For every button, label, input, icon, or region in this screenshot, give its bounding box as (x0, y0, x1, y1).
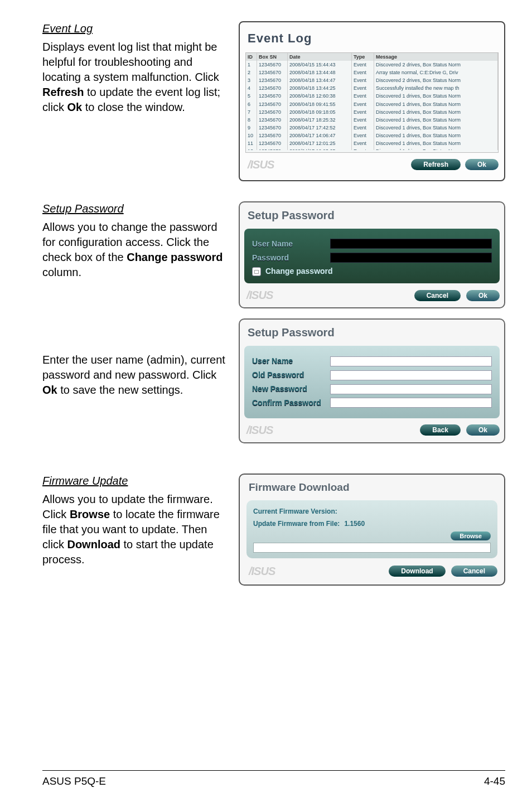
section-setup-password: Setup Password Allows you to change the … (42, 201, 505, 453)
field-oldpassword: Old Password (252, 370, 492, 380)
ok-button[interactable]: Ok (466, 290, 500, 301)
field-password: Password (252, 253, 492, 263)
back-button[interactable]: Back (420, 424, 461, 436)
eventlog-header: ID Box SN Date Type Message (246, 53, 498, 61)
table-row[interactable]: 5123456702008/04/18 12:60:38EventDiscove… (246, 92, 498, 100)
setup2-title: Setup Password (248, 325, 500, 340)
label-oldpassword: Old Password (252, 370, 330, 380)
firmware-window: Firmware Download Current Firmware Versi… (239, 474, 505, 586)
cancel-button[interactable]: Cancel (414, 290, 461, 301)
setup1-title: Setup Password (248, 208, 500, 223)
firmware-buttons: /ISUS Download Cancel (246, 564, 497, 579)
label-password: Password (252, 253, 330, 263)
setup-window-1: Setup Password User Name Password □ Chan… (239, 201, 505, 309)
table-row[interactable]: 1123456702008/04/15 15:44:43EventDiscove… (246, 61, 498, 69)
input-confirmpassword[interactable] (330, 398, 492, 408)
line-update: Update Firmware from File: 1.1560 (253, 518, 491, 529)
cancel-button[interactable]: Cancel (451, 566, 497, 577)
text-bold-ok: Ok (67, 101, 82, 113)
table-row[interactable]: 9123456702008/04/17 17:42:52EventDiscove… (246, 124, 498, 132)
label-newpassword: New Password (252, 384, 330, 394)
setup2-buttons: /ISUS Back Ok (244, 423, 500, 438)
text: to close the window. (82, 101, 185, 113)
firmware-heading: Firmware Update (42, 474, 226, 489)
download-button[interactable]: Download (389, 566, 445, 577)
input-password[interactable] (330, 253, 492, 263)
footer-separator (42, 770, 505, 771)
text-bold-refresh: Refresh (42, 86, 84, 98)
brand-logo: /ISUS (248, 157, 407, 172)
eventlog-buttons: /ISUS Refresh Ok (245, 157, 499, 172)
input-oldpassword[interactable] (330, 370, 492, 380)
col-msg[interactable]: Message (374, 53, 498, 61)
eventlog-title: Event Log (248, 30, 499, 47)
brand-logo: /ISUS (246, 423, 414, 438)
setup-body2: Enter the user name (admin), current pas… (42, 352, 226, 398)
input-username[interactable] (330, 239, 492, 249)
checkbox-icon[interactable]: □ (252, 267, 261, 276)
refresh-button[interactable]: Refresh (411, 159, 461, 170)
checkbox-row[interactable]: □ Change password (252, 266, 492, 277)
setup-text-col: Setup Password Allows you to change the … (42, 201, 226, 453)
setup-window-2: Setup Password User Name Old Password Ne… (239, 318, 505, 443)
table-row[interactable]: 7123456702008/04/18 09:18:05EventDiscove… (246, 108, 498, 116)
text: Displays event log list that might be he… (42, 41, 219, 83)
value-version: 1.1560 (344, 519, 365, 528)
section-event-log: Event Log Displays event log list that m… (42, 21, 505, 181)
setup1-form: User Name Password □ Change password (244, 229, 500, 284)
table-row[interactable]: 8123456702008/04/17 18:25:32EventDiscove… (246, 116, 498, 124)
eventlog-heading: Event Log (42, 21, 226, 36)
footer-left: ASUS P5Q-E (42, 774, 106, 789)
browse-button[interactable]: Browse (451, 532, 491, 540)
ok-button[interactable]: Ok (465, 159, 499, 170)
eventlog-text: Event Log Displays event log list that m… (42, 21, 226, 181)
text-bold-ok: Ok (42, 384, 57, 396)
label-current-version: Current Firmware Version: (253, 507, 491, 516)
eventlog-body-rows[interactable]: 1123456702008/04/15 15:44:43EventDiscove… (246, 61, 498, 150)
field-username: User Name (252, 356, 492, 366)
text-bold-download: Download (67, 538, 120, 550)
table-row[interactable]: 6123456702008/04/18 09:41:55EventDiscove… (246, 100, 498, 108)
table-row[interactable]: 3123456702008/04/18 13:44:47EventDiscove… (246, 76, 498, 84)
input-newpassword[interactable] (330, 384, 492, 394)
label-update-from-file: Update Firmware from File: (253, 519, 340, 528)
brand-logo: /ISUS (246, 288, 409, 303)
col-type[interactable]: Type (352, 53, 374, 61)
table-row[interactable]: 2123456702008/04/18 13:44:48EventArray s… (246, 69, 498, 76)
firmware-form: Current Firmware Version: Update Firmwar… (246, 500, 497, 558)
setup-heading: Setup Password (42, 201, 226, 216)
input-filepath[interactable] (253, 543, 491, 553)
field-username: User Name (252, 239, 492, 249)
eventlog-body: Displays event log list that might be he… (42, 40, 226, 115)
eventlog-grid: ID Box SN Date Type Message 112345670200… (245, 52, 499, 153)
setup1-buttons: /ISUS Cancel Ok (244, 288, 500, 303)
col-id[interactable]: ID (246, 53, 257, 61)
eventlog-window: Event Log ID Box SN Date Type Message 11… (239, 21, 505, 181)
field-confirmpassword: Confirm Password (252, 398, 492, 408)
eventlog-window-wrap: Event Log ID Box SN Date Type Message 11… (239, 21, 505, 181)
page-content: Event Log Displays event log list that m… (0, 0, 532, 586)
brand-logo: /ISUS (249, 564, 383, 579)
label-username: User Name (252, 239, 330, 249)
col-sn[interactable]: Box SN (257, 53, 288, 61)
text: Enter the user name (admin), current pas… (42, 354, 225, 381)
text: column. (42, 266, 81, 278)
text-bold-changepw: Change password (127, 251, 223, 263)
col-date[interactable]: Date (288, 53, 352, 61)
line-path (253, 543, 491, 553)
setup2-form: User Name Old Password New Password Conf… (244, 346, 500, 418)
table-row[interactable]: 4123456702008/04/18 13:44:25EventSuccess… (246, 84, 498, 92)
table-row[interactable]: 12123456702008/04/17 10:03:25EventDiscov… (246, 147, 498, 149)
table-row[interactable]: 10123456702008/04/17 14:06:47EventDiscov… (246, 132, 498, 139)
firmware-text-col: Firmware Update Allows you to update the… (42, 474, 226, 586)
ok-button[interactable]: Ok (466, 424, 500, 436)
input-username[interactable] (330, 356, 492, 366)
field-newpassword: New Password (252, 384, 492, 394)
table-row[interactable]: 11123456702008/04/17 12:01:25EventDiscov… (246, 139, 498, 147)
label-confirmpassword: Confirm Password (252, 398, 330, 408)
firmware-title: Firmware Download (249, 480, 497, 495)
setup-body1: Allows you to change the password for co… (42, 220, 226, 280)
checkbox-label: Change password (265, 266, 333, 277)
text: to save the new settings. (57, 384, 183, 396)
label-username: User Name (252, 356, 330, 366)
